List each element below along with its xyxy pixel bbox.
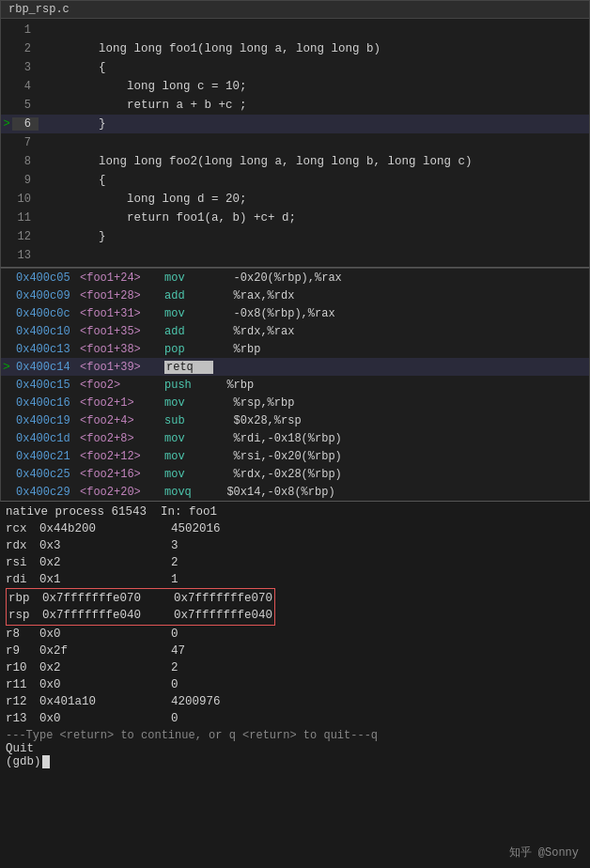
- asm-line: 0x400c13<foo1+38>pop %rbp: [1, 340, 589, 358]
- asm-opcode: pop: [164, 343, 213, 356]
- line-number: 6: [12, 117, 39, 131]
- asm-address: 0x400c09: [12, 289, 80, 302]
- reg-name: r8: [6, 628, 39, 641]
- asm-line: 0x400c1d<foo2+8>mov %rdi,-0x18(%rbp): [1, 429, 589, 447]
- rbp-rsp-highlight-box: rbp0x7fffffffe0700x7fffffffe070rsp0x7fff…: [6, 588, 275, 626]
- reg-dec: 0x7fffffffe040: [174, 609, 272, 622]
- asm-operands: %rdx,-0x28(%rbp): [213, 468, 342, 481]
- line-number: 7: [12, 136, 39, 149]
- asm-line: 0x400c29<foo2+20>movq $0x14,-0x8(%rbp): [1, 483, 589, 501]
- asm-operands: -0x8(%rbp),%rax: [213, 307, 335, 320]
- line-number: 10: [12, 193, 39, 206]
- gdb-quit: Quit: [6, 742, 584, 755]
- code-line: 11 return foo1(a, b) +c+ d;: [1, 209, 589, 227]
- line-code: long long foo1(long long a, long long b): [39, 42, 380, 55]
- asm-address: 0x400c0c: [12, 307, 80, 320]
- asm-symbol: <foo1+38>: [80, 343, 164, 356]
- asm-line: 0x400c0c<foo1+31>mov -0x8(%rbp),%rax: [1, 304, 589, 322]
- asm-symbol: <foo1+31>: [80, 307, 164, 320]
- asm-address: 0x400c21: [12, 450, 80, 463]
- asm-opcode: movq: [164, 486, 213, 499]
- asm-opcode: push: [164, 379, 213, 392]
- reg-name: rbp: [8, 592, 42, 605]
- asm-panel: 0x400c05<foo1+24>mov -0x20(%rbp),%rax0x4…: [0, 268, 590, 502]
- asm-address: 0x400c15: [12, 379, 80, 392]
- reg-line: r110x00: [6, 676, 584, 693]
- code-panel: rbp_rsp.c 12 long long foo1(long long a,…: [0, 0, 590, 268]
- reg-line: rbp0x7fffffffe0700x7fffffffe070: [8, 590, 272, 607]
- asm-opcode: mov: [164, 450, 213, 463]
- reg-line: rsi0x22: [6, 554, 584, 571]
- reg-hex: 0x7fffffffe070: [42, 592, 174, 605]
- code-line: 8 long long foo2(long long a, long long …: [1, 152, 589, 171]
- reg-hex: 0x0: [39, 712, 171, 725]
- reg-dec: 2: [171, 556, 179, 569]
- gdb-separator: ---Type <return> to continue, or q <retu…: [6, 729, 584, 742]
- code-panel-title: rbp_rsp.c: [1, 1, 589, 19]
- reg-line: rcx0x44b2004502016: [6, 520, 584, 537]
- asm-operands: %rbp: [213, 343, 260, 356]
- asm-operands: %rbp: [213, 379, 254, 392]
- asm-opcode: mov: [164, 468, 213, 481]
- asm-line: 0x400c05<foo1+24>mov -0x20(%rbp),%rax: [1, 269, 589, 287]
- reg-hex: 0x3: [39, 539, 171, 552]
- reg-dec: 0x7fffffffe070: [174, 592, 272, 605]
- asm-operands: %rdx,%rax: [213, 325, 294, 338]
- reg-name: r9: [6, 644, 39, 658]
- asm-symbol: <foo2+12>: [80, 450, 164, 463]
- asm-address: 0x400c13: [12, 343, 80, 356]
- reg-name: r12: [6, 695, 39, 708]
- reg-line: r120x401a104200976: [6, 693, 584, 710]
- asm-line: 0x400c09<foo1+28>add %rax,%rdx: [1, 287, 589, 304]
- asm-opcode: mov: [164, 432, 213, 445]
- line-number: 11: [12, 211, 39, 225]
- reg-dec: 0: [171, 678, 179, 691]
- line-arrow: >: [1, 117, 12, 131]
- reg-hex: 0x44b200: [39, 522, 171, 535]
- line-code: }: [39, 117, 106, 131]
- reg-dec: 2: [171, 661, 179, 674]
- asm-line: 0x400c19<foo2+4>sub $0x28,%rsp: [1, 411, 589, 429]
- line-number: 8: [12, 155, 39, 168]
- code-line: 2 long long foo1(long long a, long long …: [1, 39, 589, 58]
- asm-address: 0x400c19: [12, 414, 80, 427]
- asm-opcode: mov: [164, 396, 213, 410]
- asm-symbol: <foo2+20>: [80, 486, 164, 499]
- asm-operands: %rsp,%rbp: [213, 396, 294, 410]
- asm-address: 0x400c10: [12, 325, 80, 338]
- reg-line: rdi0x11: [6, 571, 584, 588]
- line-number: 12: [12, 230, 39, 243]
- reg-dec: 0: [171, 628, 179, 641]
- asm-symbol: <foo2+16>: [80, 468, 164, 481]
- reg-hex: 0x2: [39, 556, 171, 569]
- asm-opcode: sub: [164, 414, 213, 427]
- asm-line: 0x400c10<foo1+35>add %rdx,%rax: [1, 322, 589, 340]
- line-number: 9: [12, 174, 39, 187]
- reg-hex: 0x2: [39, 661, 171, 674]
- reg-line: rsp0x7fffffffe0400x7fffffffe040: [8, 607, 272, 624]
- asm-opcode: add: [164, 289, 213, 302]
- watermark: 知乎 @Sonny: [509, 845, 579, 860]
- reg-name: rsi: [6, 556, 39, 569]
- reg-dec: 1: [171, 573, 179, 586]
- line-code: long long foo2(long long a, long long b,…: [39, 155, 473, 168]
- gdb-cursor[interactable]: [42, 755, 50, 768]
- reg-dec: 4200976: [171, 695, 221, 708]
- asm-address: 0x400c05: [12, 271, 80, 285]
- line-code: long long d = 20;: [39, 193, 247, 206]
- asm-line: >0x400c14<foo1+39>retq: [1, 358, 589, 376]
- gdb-prompt: (gdb): [6, 755, 41, 768]
- asm-line: 0x400c21<foo2+12>mov %rsi,-0x20(%rbp): [1, 447, 589, 465]
- line-code: }: [39, 230, 106, 243]
- line-number: 3: [12, 61, 39, 74]
- asm-opcode: mov: [164, 271, 213, 285]
- reg-dec: 47: [171, 644, 185, 658]
- asm-address: 0x400c16: [12, 396, 80, 410]
- asm-line: 0x400c15<foo2>push %rbp: [1, 376, 589, 394]
- code-content: 12 long long foo1(long long a, long long…: [1, 19, 589, 267]
- reg-name: rdx: [6, 539, 39, 552]
- reg-hex: 0x0: [39, 678, 171, 691]
- asm-operands: %rax,%rdx: [213, 289, 294, 302]
- code-line: 5 return a + b +c ;: [1, 96, 589, 115]
- reg-name: r11: [6, 678, 39, 691]
